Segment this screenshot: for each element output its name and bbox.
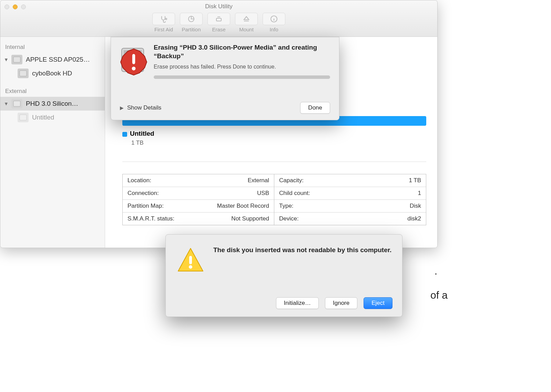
cell-value: Disk — [410, 203, 421, 209]
info-row-capacity: Capacity:1 TB — [274, 174, 426, 187]
show-details-label: Show Details — [127, 104, 161, 111]
cell-key: Child count: — [279, 190, 310, 197]
sidebar-item-phd-silicon[interactable]: ▼ PHD 3.0 Silicon… — [0, 97, 105, 111]
first-aid-button[interactable]: First Aid — [151, 13, 176, 32]
sidebar-item-cybobook[interactable]: cyboBook HD — [0, 66, 105, 80]
volume-color-swatch — [122, 132, 127, 137]
info-row-partition-map: Partition Map:Master Boot Record — [123, 200, 274, 213]
sidebar-item-label: PHD 3.0 Silicon… — [26, 100, 78, 107]
sheet-title: Erasing “PHD 3.0 Silicon-Power Media” an… — [154, 43, 330, 60]
hard-drive-icon — [117, 43, 148, 76]
svg-point-14 — [132, 66, 136, 70]
info-row-location: Location:External — [123, 174, 274, 187]
stethoscope-icon — [160, 15, 168, 23]
partition-button[interactable]: Partition — [179, 13, 204, 32]
chevron-right-icon: ▶ — [120, 105, 124, 111]
cell-value: disk2 — [407, 215, 421, 222]
toolbar-label: Partition — [179, 27, 204, 32]
sidebar-item-untitled[interactable]: Untitled — [0, 111, 105, 124]
sidebar-section-internal: Internal — [0, 41, 105, 53]
info-row-connection: Connection:USB — [123, 187, 274, 200]
initialize-button[interactable]: Initialize… — [276, 297, 319, 309]
background-text: . — [435, 265, 437, 277]
svg-rect-13 — [132, 54, 135, 64]
cell-key: Type: — [279, 203, 294, 209]
cell-value: 1 TB — [409, 177, 421, 184]
info-row-device: Device:disk2 — [274, 213, 426, 225]
disk-icon — [18, 69, 29, 78]
svg-rect-2 — [216, 18, 221, 21]
warning-icon — [175, 246, 206, 276]
external-disk-icon — [18, 113, 29, 122]
sidebar-item-apple-ssd[interactable]: ▼ APPLE SSD AP025… — [0, 53, 105, 66]
erase-icon — [215, 15, 223, 23]
ignore-button[interactable]: Ignore — [325, 297, 357, 309]
svg-rect-6 — [13, 101, 20, 106]
svg-rect-7 — [20, 115, 27, 120]
cell-value: USB — [257, 190, 269, 197]
cell-key: Connection: — [127, 190, 159, 197]
cell-key: S.M.A.R.T. status: — [127, 215, 174, 222]
background-text: of a — [430, 289, 448, 301]
chevron-down-icon[interactable]: ▼ — [4, 101, 10, 106]
sidebar-section-external: External — [0, 85, 105, 97]
cell-key: Capacity: — [279, 177, 304, 184]
progress-bar — [154, 75, 330, 79]
disk-icon — [11, 55, 22, 64]
volume-summary: Untitled 1 TB — [122, 130, 154, 146]
titlebar: Disk Utility First Aid Partition Erase M… — [0, 0, 437, 37]
svg-rect-5 — [20, 71, 27, 76]
alert-message: The disk you inserted was not readable b… — [213, 246, 391, 276]
mount-button[interactable]: Mount — [234, 13, 259, 32]
info-row-smart: S.M.A.R.T. status:Not Supported — [123, 213, 274, 225]
toolbar-label: Mount — [234, 27, 259, 32]
info-button[interactable]: Info — [262, 13, 286, 32]
sheet-message: Erase process has failed. Press Done to … — [154, 64, 330, 70]
window-title: Disk Utility — [0, 3, 437, 10]
toolbar-label: Erase — [206, 27, 231, 32]
info-row-child-count: Child count:1 — [274, 187, 426, 200]
info-row-type: Type:Disk — [274, 200, 426, 213]
toolbar: First Aid Partition Erase Mount Info — [0, 13, 437, 32]
toolbar-label: Info — [262, 27, 286, 32]
eject-icon — [242, 15, 251, 23]
disk-utility-window: Disk Utility First Aid Partition Erase M… — [0, 0, 438, 248]
svg-rect-15 — [189, 256, 192, 264]
volume-size: 1 TB — [131, 140, 154, 146]
external-disk-icon — [11, 99, 22, 109]
divider — [122, 162, 426, 162]
sidebar-item-label: Untitled — [32, 114, 54, 121]
disk-not-readable-alert: The disk you inserted was not readable b… — [165, 234, 402, 317]
cell-key: Location: — [127, 177, 151, 184]
info-icon — [270, 15, 278, 23]
pie-icon — [187, 15, 195, 23]
cell-value: 1 — [418, 190, 421, 197]
toolbar-label: First Aid — [151, 27, 176, 32]
done-button[interactable]: Done — [300, 102, 330, 114]
cell-value: Not Supported — [231, 215, 269, 222]
show-details-toggle[interactable]: ▶ Show Details — [120, 104, 161, 111]
info-table: Location:External Connection:USB Partiti… — [122, 174, 426, 225]
svg-point-0 — [165, 18, 167, 20]
cell-key: Device: — [279, 215, 299, 222]
error-badge-icon — [120, 48, 147, 76]
erase-button[interactable]: Erase — [206, 13, 231, 32]
sidebar-item-label: APPLE SSD AP025… — [26, 56, 90, 63]
cell-value: Master Boot Record — [217, 203, 269, 209]
cell-value: External — [248, 177, 269, 184]
eject-button[interactable]: Eject — [364, 297, 392, 309]
svg-rect-4 — [13, 57, 20, 62]
chevron-down-icon[interactable]: ▼ — [4, 57, 10, 62]
sidebar: Internal ▼ APPLE SSD AP025… cyboBook HD … — [0, 37, 105, 248]
sidebar-item-label: cyboBook HD — [32, 70, 72, 77]
cell-key: Partition Map: — [127, 203, 164, 209]
svg-point-16 — [189, 265, 192, 269]
erase-sheet: Erasing “PHD 3.0 Silicon-Power Media” an… — [111, 37, 339, 120]
volume-name: Untitled — [130, 130, 154, 137]
